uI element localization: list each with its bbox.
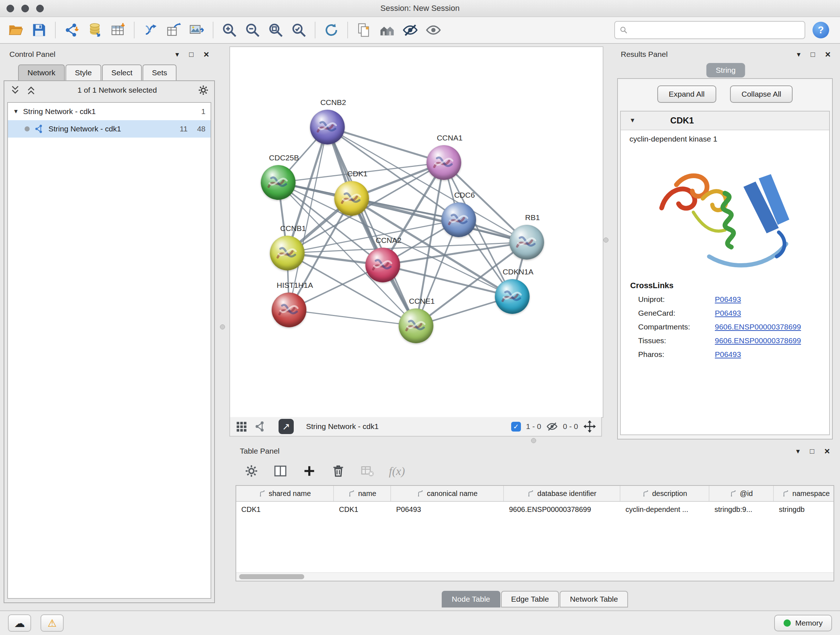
zoom-window-button[interactable] <box>36 5 44 12</box>
hide-selected-button[interactable] <box>399 19 421 41</box>
function-builder-button[interactable]: f(x) <box>389 464 405 478</box>
selected-checkbox-icon[interactable]: ✓ <box>511 422 521 432</box>
scrollbar-thumb[interactable] <box>239 574 304 579</box>
network-edge[interactable] <box>327 127 416 326</box>
import-network-database-button[interactable] <box>84 19 106 41</box>
help-button[interactable]: ? <box>813 22 829 38</box>
table-cell[interactable]: CDK1 <box>236 505 334 514</box>
expand-all-icon[interactable] <box>25 84 37 96</box>
maximize-panel-icon[interactable]: □ <box>811 51 815 58</box>
network-node-CDKN1A[interactable] <box>495 279 530 314</box>
gear-icon[interactable] <box>197 84 209 96</box>
search-box[interactable] <box>614 21 805 39</box>
expand-all-button[interactable]: Expand All <box>657 86 716 103</box>
network-canvas[interactable]: CCNB2CCNA1CDC25BCDK1CDC6RB1CCNB1CCNA2CDK… <box>229 46 603 418</box>
column-header-description[interactable]: description <box>621 486 709 501</box>
save-session-button[interactable] <box>28 19 50 41</box>
zoom-in-button[interactable] <box>218 19 240 41</box>
splitter-handle[interactable] <box>531 438 536 443</box>
network-node-CDC6[interactable] <box>441 203 476 237</box>
birdseye-view-button[interactable] <box>254 420 266 432</box>
delete-table-button[interactable] <box>360 464 374 478</box>
network-node-CCNA1[interactable] <box>426 145 461 180</box>
zoom-fit-button[interactable] <box>265 19 286 41</box>
table-row[interactable]: CDK1CDK1P064939606.ENSP00000378699cyclin… <box>236 502 834 517</box>
table-cell[interactable]: 9606.ENSP00000378699 <box>504 505 621 514</box>
refresh-button[interactable] <box>321 19 342 41</box>
close-panel-icon[interactable]: × <box>824 447 830 456</box>
column-header-database-identifier[interactable]: database identifier <box>504 486 621 501</box>
network-node-CCNB1[interactable] <box>270 236 305 271</box>
network-node-CCNB2[interactable] <box>310 110 345 144</box>
network-from-selection-button[interactable] <box>140 19 161 41</box>
warnings-button[interactable]: ⚠ <box>41 614 64 632</box>
table-cell[interactable]: stringdb:9... <box>709 505 774 514</box>
search-input[interactable] <box>632 26 800 35</box>
crosslink-value-link[interactable]: 9606.ENSP00000378699 <box>715 323 801 331</box>
crosslink-value-link[interactable]: P06493 <box>715 350 741 359</box>
home-button[interactable] <box>376 19 398 41</box>
tab-style[interactable]: Style <box>65 65 101 80</box>
table-cell[interactable]: CDK1 <box>334 505 391 514</box>
tab-network-table[interactable]: Network Table <box>560 591 628 608</box>
zoom-selected-button[interactable] <box>288 19 309 41</box>
column-header-canonical-name[interactable]: canonical name <box>391 486 504 501</box>
column-header-name[interactable]: name <box>334 486 391 501</box>
table-cell[interactable]: P06493 <box>391 505 504 514</box>
crosslink-value-link[interactable]: P06493 <box>715 309 741 318</box>
tab-edge-table[interactable]: Edge Table <box>501 591 559 608</box>
grid-view-button[interactable] <box>235 420 248 432</box>
collapse-all-icon[interactable] <box>9 84 21 96</box>
column-header-namespace[interactable]: namespace <box>774 486 834 501</box>
export-image-button[interactable] <box>186 19 208 41</box>
maximize-panel-icon[interactable]: □ <box>189 51 194 58</box>
show-columns-button[interactable] <box>273 464 287 478</box>
fit-content-icon[interactable] <box>583 420 596 433</box>
copy-annotation-button[interactable] <box>353 19 375 41</box>
delete-column-button[interactable] <box>331 464 346 478</box>
tab-string[interactable]: String <box>706 63 745 78</box>
import-table-button[interactable] <box>107 19 129 41</box>
float-panel-icon[interactable]: ▾ <box>797 51 801 58</box>
network-collection-row[interactable]: ▼ String Network - cdk1 1 <box>8 103 210 120</box>
close-panel-icon[interactable]: × <box>204 50 209 59</box>
open-session-button[interactable] <box>5 19 27 41</box>
minimize-window-button[interactable] <box>21 5 29 12</box>
network-edge[interactable] <box>289 310 416 326</box>
collapse-arrow-icon[interactable]: ▼ <box>13 108 19 115</box>
splitter-handle[interactable] <box>603 238 608 242</box>
crosslink-value-link[interactable]: 9606.ENSP00000378699 <box>715 336 801 345</box>
open-in-window-button[interactable]: ↗ <box>279 419 294 434</box>
show-all-button[interactable] <box>423 19 444 41</box>
horizontal-scrollbar[interactable] <box>236 572 834 581</box>
network-row[interactable]: String Network - cdk1 11 48 <box>8 120 210 138</box>
tab-select[interactable]: Select <box>102 65 142 80</box>
hidden-eye-icon[interactable] <box>546 421 558 432</box>
table-cell[interactable]: stringdb <box>774 505 834 514</box>
float-panel-icon[interactable]: ▾ <box>175 51 179 58</box>
network-node-CDC25B[interactable] <box>261 165 295 200</box>
close-window-button[interactable] <box>6 5 14 12</box>
close-panel-icon[interactable]: × <box>825 50 831 59</box>
column-header-shared-name[interactable]: shared name <box>236 486 334 501</box>
import-network-file-button[interactable] <box>61 19 82 41</box>
memory-button[interactable]: Memory <box>774 615 832 631</box>
crosslink-value-link[interactable]: P06493 <box>715 295 741 304</box>
network-node-HIST1H1A[interactable] <box>272 293 306 327</box>
collapse-arrow-icon[interactable]: ▼ <box>630 117 636 124</box>
tab-network[interactable]: Network <box>18 65 65 80</box>
table-settings-button[interactable] <box>244 464 259 478</box>
cloud-services-button[interactable]: ☁ <box>8 614 31 632</box>
splitter-handle[interactable] <box>220 325 225 329</box>
network-and-table-button[interactable] <box>163 19 185 41</box>
network-node-CDK1[interactable] <box>334 181 369 216</box>
float-panel-icon[interactable]: ▾ <box>796 448 800 455</box>
network-node-RB1[interactable] <box>509 225 544 260</box>
zoom-out-button[interactable] <box>242 19 264 41</box>
tab-sets[interactable]: Sets <box>142 65 177 80</box>
table-cell[interactable]: cyclin-dependent ... <box>621 505 709 514</box>
column-header--id[interactable]: @id <box>709 486 774 501</box>
collapse-all-button[interactable]: Collapse All <box>730 86 793 103</box>
protein-section-header[interactable]: ▼ CDK1 <box>621 111 829 130</box>
network-node-CCNE1[interactable] <box>399 309 433 343</box>
